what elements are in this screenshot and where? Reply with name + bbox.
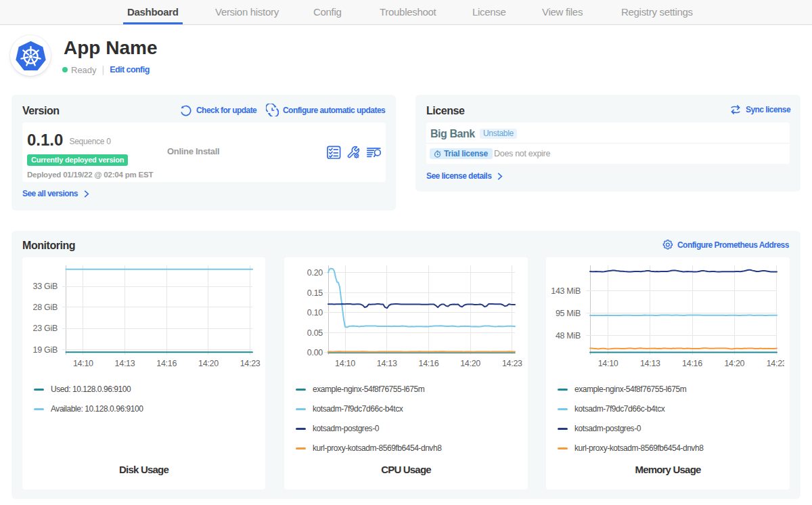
svg-text:14:16: 14:16 [156,359,177,368]
svg-text:14:20: 14:20 [198,359,219,368]
svg-text:14:16: 14:16 [419,359,439,368]
svg-text:0.20: 0.20 [307,268,323,278]
svg-text:33 GiB: 33 GiB [33,282,58,291]
svg-text:14:10: 14:10 [73,359,93,368]
svg-text:143 MiB: 143 MiB [551,286,581,296]
svg-text:19 GiB: 19 GiB [33,345,58,355]
svg-text:14:10: 14:10 [335,359,355,368]
svg-text:14:20: 14:20 [460,359,480,368]
svg-text:0.15: 0.15 [307,288,323,298]
svg-text:0.00: 0.00 [307,348,323,357]
svg-text:14:23: 14:23 [502,359,522,368]
svg-text:14:16: 14:16 [682,359,702,368]
svg-text:14:13: 14:13 [640,359,660,368]
svg-text:0.10: 0.10 [307,308,323,317]
svg-text:14:13: 14:13 [377,359,397,368]
svg-text:14:23: 14:23 [767,359,784,368]
svg-text:0.05: 0.05 [307,328,323,338]
svg-text:28 GiB: 28 GiB [33,303,58,312]
svg-text:23 GiB: 23 GiB [33,324,58,333]
svg-text:14:23: 14:23 [240,359,261,368]
svg-text:14:20: 14:20 [724,359,744,368]
svg-text:95 MiB: 95 MiB [556,309,581,318]
svg-text:48 MiB: 48 MiB [556,331,581,341]
svg-text:14:10: 14:10 [598,359,618,368]
svg-text:14:13: 14:13 [115,359,135,368]
